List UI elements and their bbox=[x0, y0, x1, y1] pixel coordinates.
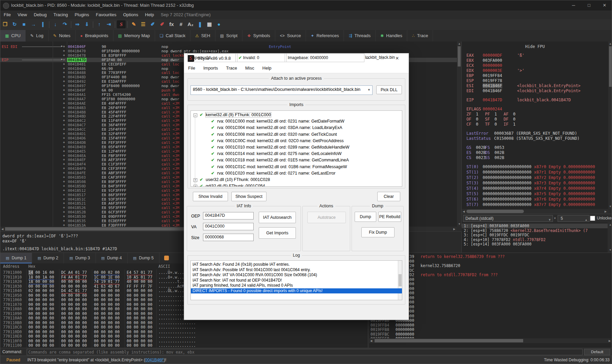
import-function-row[interactable]: ✔rva: 0001C000 mod: kernel32.dll ord: 02… bbox=[191, 119, 402, 125]
breakpoint-dot[interactable]: ● bbox=[63, 224, 65, 227]
calling-convention-select[interactable]: Default (stdcall)▼ bbox=[463, 215, 553, 222]
breakpoint-dot[interactable]: ● bbox=[63, 198, 65, 201]
chevron-down-icon[interactable]: ▼ bbox=[554, 217, 556, 220]
breakpoint-dot[interactable]: ● bbox=[63, 106, 65, 109]
log-line[interactable]: IAT Search Nor: IAT not found at OEP 004… bbox=[191, 278, 402, 283]
imports-tree[interactable]: −✔kernel32.dll (9) FThunk: 0001C000✔rva:… bbox=[190, 110, 402, 187]
breakpoint-dot[interactable]: ● bbox=[63, 45, 65, 48]
breakpoint-dot[interactable]: ● bbox=[63, 67, 65, 70]
breakpoint-dot[interactable]: ● bbox=[63, 84, 65, 87]
registers-hscrollbar[interactable]: ◀ ▶ bbox=[462, 209, 608, 214]
import-module-row[interactable]: −✔kernel32.dll (9) FThunk: 0001C000 bbox=[191, 112, 402, 119]
scylla-menu-trace[interactable]: Trace bbox=[222, 63, 241, 73]
tab-handles[interactable]: ✱Handles bbox=[376, 30, 407, 41]
log-line[interactable]: IAT Search Adv: Found 24 (0x18) possible… bbox=[191, 262, 402, 267]
hide-fpu-toggle[interactable]: Hide FPU bbox=[462, 44, 608, 49]
import-function-row[interactable]: ✔rva: 0001C018 mod: kernel32.dll ord: 01… bbox=[191, 157, 402, 164]
tab-references[interactable]: ✦References bbox=[306, 30, 344, 41]
argument-row[interactable]: 5: [esp+14] 003FA000 003FA000 bbox=[462, 242, 610, 246]
breakpoint-dot[interactable]: ● bbox=[63, 150, 65, 153]
import-function-row[interactable]: ✔rva: 0001C004 mod: kernel32.dll ord: 03… bbox=[191, 125, 402, 131]
breakpoint-dot[interactable]: ● bbox=[63, 167, 65, 170]
dump-tab-3[interactable]: ▤Dump 3 bbox=[64, 253, 96, 263]
menu-help[interactable]: Help bbox=[142, 10, 157, 19]
dump-tab-1[interactable]: ▤Dump 1 bbox=[0, 253, 32, 263]
tab-source[interactable]: <>Source bbox=[275, 30, 306, 41]
breakpoint-dot[interactable]: ● bbox=[63, 145, 65, 148]
breakpoint-dot[interactable]: ● bbox=[63, 93, 65, 96]
breakpoint-dot[interactable]: ● bbox=[63, 141, 65, 144]
dump-button[interactable]: Dump bbox=[355, 212, 376, 222]
breakpoint-dot[interactable]: ● bbox=[63, 184, 65, 187]
argument-row[interactable]: 4: [esp+10] 77078FD2 ntdll.77078FD2 bbox=[462, 237, 610, 242]
minimize-button[interactable]: ─ bbox=[566, 0, 581, 10]
restart-icon[interactable]: ↻ bbox=[10, 20, 19, 28]
run-to-user-icon[interactable]: ⇒ bbox=[73, 20, 82, 28]
breakpoint-dot[interactable]: ● bbox=[63, 49, 65, 52]
breakpoint-dot[interactable]: ● bbox=[63, 162, 65, 165]
breakpoint-address-link[interactable]: 0041B46F bbox=[145, 358, 164, 362]
globe-icon[interactable]: ● bbox=[214, 20, 223, 28]
va-field[interactable]: 0041C000 bbox=[203, 223, 254, 230]
tab-seh[interactable]: ⚠SEH bbox=[190, 30, 215, 41]
scylla-menu-imports[interactable]: Imports bbox=[199, 63, 222, 73]
breakpoint-dot[interactable]: ● bbox=[63, 158, 65, 161]
breakpoint-dot[interactable]: ● bbox=[63, 123, 65, 126]
import-function-row[interactable]: ✔rva: 0001C020 mod: kernel32.dll ord: 02… bbox=[191, 171, 402, 177]
argument-row[interactable]: 3: [esp+C] 0019FFDC 0019FFDC bbox=[462, 233, 610, 237]
breakpoint-dot[interactable]: ● bbox=[63, 97, 65, 100]
pe-rebuild-button[interactable]: PE Rebuild bbox=[378, 212, 401, 222]
maximize-button[interactable]: □ bbox=[581, 0, 597, 10]
registers-vscrollbar[interactable]: ▲ ▼ bbox=[608, 42, 612, 209]
import-module-row[interactable]: +✔gdi32.dll (5) FThunk: 0001C054 bbox=[191, 183, 402, 187]
breakpoint-dot[interactable]: ● bbox=[63, 180, 65, 183]
breakpoint-dot[interactable]: ● bbox=[63, 215, 65, 218]
disasm-row[interactable]: ▶●0041B46F90nopEntryPoint bbox=[0, 45, 461, 49]
calculator-icon[interactable]: ▦ bbox=[205, 20, 214, 28]
import-function-row[interactable]: ✔rva: 0001C00C mod: kernel32.dll ord: 02… bbox=[191, 138, 402, 145]
oep-field[interactable]: 0041B47D bbox=[203, 212, 254, 219]
breakpoint-dot[interactable]: ● bbox=[63, 171, 65, 174]
tab-log[interactable]: ✎Log bbox=[26, 30, 49, 41]
tab-cpu[interactable]: ▦CPU bbox=[0, 30, 26, 42]
tab-call-stack[interactable]: ❏Call Stack bbox=[155, 30, 190, 41]
step-into-source-icon[interactable]: ⇓ bbox=[82, 20, 91, 28]
import-function-row[interactable]: ✔rva: 0001C01C mod: kernel32.dll ord: 01… bbox=[191, 164, 402, 171]
collapse-icon[interactable]: − bbox=[194, 113, 197, 117]
log-line[interactable]: IAT Search Adv: Possible IAT first 0041C… bbox=[191, 267, 402, 273]
watch-tab-icon[interactable] bbox=[164, 256, 169, 260]
tab-memory-map[interactable]: ▤Memory Map bbox=[113, 30, 155, 41]
hash-icon[interactable]: # bbox=[177, 20, 185, 28]
scylla-icon[interactable]: S bbox=[117, 20, 126, 28]
tab-trace[interactable]: ∴Trace bbox=[407, 30, 433, 41]
disasm-row[interactable]: ●0041B4700F1F8400 00000000nop dword ptr … bbox=[0, 49, 461, 53]
breakpoint-dot[interactable]: ● bbox=[63, 110, 65, 113]
menu-view[interactable]: View bbox=[14, 10, 30, 19]
breakpoint-dot[interactable]: ● bbox=[63, 119, 65, 122]
menu-options[interactable]: Options bbox=[120, 10, 142, 19]
tab-notes[interactable]: ✎Notes bbox=[49, 30, 76, 41]
scylla-menu-file[interactable]: File bbox=[184, 63, 199, 73]
skip-icon[interactable]: ⇥ bbox=[104, 20, 113, 28]
tab-symbols[interactable]: ❖Symbols bbox=[243, 30, 275, 41]
disasm-vscrollbar[interactable]: ▲ ▼ bbox=[457, 42, 461, 227]
dump-tab-4[interactable]: ▤Dump 4 bbox=[96, 253, 128, 263]
process-select[interactable]: 8560 - lockbit_black.bin - C:\Users\math… bbox=[190, 85, 373, 95]
tab-script[interactable]: ▤Script bbox=[215, 30, 243, 41]
menu-favourites[interactable]: Favourites bbox=[93, 10, 120, 19]
breakpoint-dot[interactable]: ● bbox=[63, 210, 65, 213]
breakpoint-dot[interactable]: ● bbox=[63, 189, 65, 192]
get-imports-button[interactable]: Get Imports bbox=[259, 227, 296, 239]
expand-icon[interactable]: + bbox=[194, 185, 197, 187]
open-file-icon[interactable]: ❐ bbox=[1, 20, 9, 28]
tab-breakpoints[interactable]: ●Breakpoints bbox=[76, 30, 113, 41]
command-mode-select[interactable]: Default bbox=[584, 349, 610, 355]
breakpoint-dot[interactable]: ● bbox=[63, 80, 65, 83]
clear-button[interactable]: Clear bbox=[377, 192, 400, 201]
notes-icon[interactable]: ☰ bbox=[139, 20, 148, 28]
args-depth-spinner[interactable]: 5▲ bbox=[558, 215, 589, 222]
dump-tab-5[interactable]: ▤Dump 5 bbox=[128, 253, 159, 263]
menu-file[interactable]: File bbox=[0, 10, 14, 19]
step-into-icon[interactable]: ↓ bbox=[51, 20, 60, 28]
breakpoint-dot[interactable]: ● bbox=[63, 62, 65, 66]
